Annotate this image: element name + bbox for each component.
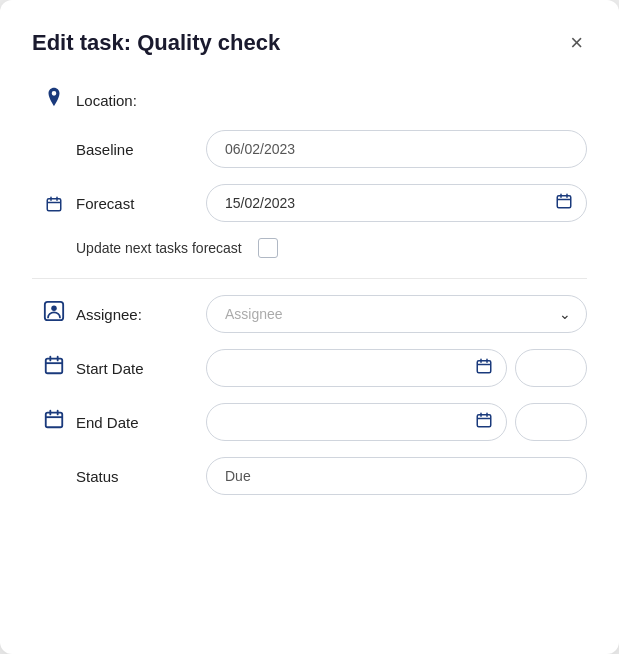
end-date-small-input[interactable] [515, 403, 587, 441]
assignee-icon-col [32, 300, 76, 328]
status-label: Status [76, 468, 206, 485]
edit-task-modal: Edit task: Quality check × Location: Bas… [0, 0, 619, 654]
modal-title: Edit task: Quality check [32, 30, 280, 56]
start-date-calendar-icon [43, 354, 65, 382]
end-date-icon-col [32, 408, 76, 436]
start-date-main-input[interactable] [206, 349, 507, 387]
forecast-icon-col [32, 190, 76, 216]
baseline-input[interactable] [206, 130, 587, 168]
start-date-input-col [206, 349, 587, 387]
location-icon [43, 86, 65, 114]
forecast-row: Forecast [32, 184, 587, 222]
baseline-row: Baseline [32, 130, 587, 168]
divider-1 [32, 278, 587, 279]
svg-rect-4 [46, 359, 63, 374]
assignee-person-icon [43, 300, 65, 328]
start-date-icon-col [32, 354, 76, 382]
status-row: Status [32, 457, 587, 495]
start-date-small-col [515, 349, 587, 387]
start-date-inputs [206, 349, 587, 387]
update-next-tasks-label: Update next tasks forecast [76, 240, 242, 256]
location-icon-col [32, 86, 76, 114]
end-date-main-wrapper [206, 403, 507, 441]
forecast-input[interactable] [206, 184, 587, 222]
start-date-small-input[interactable] [515, 349, 587, 387]
baseline-label: Baseline [76, 141, 206, 158]
update-next-tasks-checkbox[interactable] [258, 238, 278, 258]
svg-point-3 [51, 306, 57, 312]
forecast-input-col [206, 184, 587, 222]
update-next-tasks-row: Update next tasks forecast [32, 238, 587, 258]
forecast-input-wrapper [206, 184, 587, 222]
forecast-calendar-icon [45, 190, 63, 216]
forecast-label: Forecast [76, 195, 206, 212]
end-date-row: End Date [32, 403, 587, 441]
end-date-calendar-icon [43, 408, 65, 436]
location-label: Location: [76, 92, 206, 109]
start-date-main-wrapper [206, 349, 507, 387]
location-row: Location: [32, 86, 587, 114]
baseline-input-col [206, 130, 587, 168]
end-date-small-col [515, 403, 587, 441]
status-input-col [206, 457, 587, 495]
svg-rect-6 [46, 413, 63, 428]
end-date-input-col [206, 403, 587, 441]
assignee-label: Assignee: [76, 306, 206, 323]
end-date-main-input[interactable] [206, 403, 507, 441]
assignee-row: Assignee: Assignee ⌄ [32, 295, 587, 333]
close-button[interactable]: × [566, 28, 587, 58]
modal-header: Edit task: Quality check × [32, 28, 587, 58]
assignee-select[interactable]: Assignee [206, 295, 587, 333]
start-date-label: Start Date [76, 360, 206, 377]
end-date-inputs [206, 403, 587, 441]
start-date-row: Start Date [32, 349, 587, 387]
svg-rect-0 [47, 199, 61, 211]
end-date-label: End Date [76, 414, 206, 431]
assignee-input-col: Assignee ⌄ [206, 295, 587, 333]
assignee-select-wrapper: Assignee ⌄ [206, 295, 587, 333]
status-input[interactable] [206, 457, 587, 495]
